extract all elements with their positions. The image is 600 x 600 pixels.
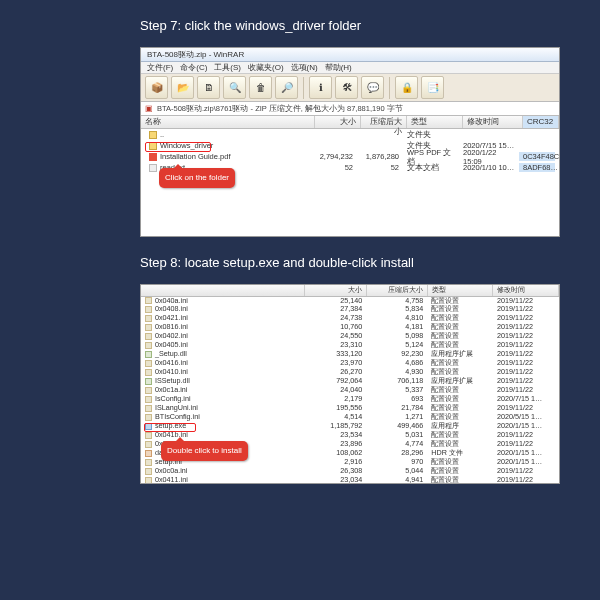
col-type[interactable]: 类型 xyxy=(407,116,463,128)
file-name: _Setup.dll xyxy=(155,349,187,358)
file-name: 0x0421.ini xyxy=(155,313,188,322)
file-name: .. xyxy=(160,130,164,139)
address-bar[interactable]: ▣ BTA-508驱动.zip\8761驱动 - ZIP 压缩文件, 解包大小为… xyxy=(141,102,559,116)
menu-bar[interactable]: 文件(F)命令(C)工具(S)收藏夹(O)选项(N)帮助(H) xyxy=(141,62,559,74)
file-name: 0x0408.ini xyxy=(155,304,188,313)
toolbar-button[interactable]: 🗑 xyxy=(249,76,272,99)
ini-icon xyxy=(145,369,152,376)
callout-double-click: Double click to install xyxy=(161,441,248,461)
folder-icon xyxy=(149,131,157,139)
col-size[interactable]: 大小 xyxy=(305,285,366,296)
ini-icon xyxy=(145,477,152,484)
column-headers[interactable]: 名称 大小 压缩后大小 类型 修改时间 CRC32 xyxy=(141,116,559,129)
toolbar-button[interactable]: 🔎 xyxy=(275,76,298,99)
file-row[interactable]: Installation Guide.pdf2,794,2321,876,280… xyxy=(141,151,559,162)
ini-icon xyxy=(145,324,152,331)
ini-icon xyxy=(145,441,152,448)
screenshot-file-list: 大小 压缩后大小 类型 修改时间 0x040a.ini25,1404,758配置… xyxy=(140,284,560,484)
toolbar-button[interactable]: 🗎 xyxy=(197,76,220,99)
file-name: 0x0410.ini xyxy=(155,367,188,376)
step8-heading: Step 8: locate setup.exe and double-clic… xyxy=(140,255,600,270)
menu-item[interactable]: 命令(C) xyxy=(180,63,207,72)
highlight-setup-exe xyxy=(144,423,196,432)
file-name: 0x040a.ini xyxy=(155,296,188,305)
menu-item[interactable]: 工具(S) xyxy=(214,63,241,72)
ini-icon xyxy=(145,342,152,349)
dat-icon xyxy=(145,450,152,457)
col-compressed[interactable]: 压缩后大小 xyxy=(361,116,407,128)
file-name: IsConfig.ini xyxy=(155,394,191,403)
toolbar-button[interactable]: 🔒 xyxy=(395,76,418,99)
dll-icon xyxy=(145,351,152,358)
file-name: BTIsConfig.ini xyxy=(155,412,200,421)
callout-click-folder: Click on the folder xyxy=(159,168,235,188)
menu-item[interactable]: 选项(N) xyxy=(291,63,318,72)
toolbar-button[interactable]: 🔍 xyxy=(223,76,246,99)
file-row[interactable]: ..文件夹 xyxy=(141,129,559,140)
toolbar-button[interactable]: 💬 xyxy=(361,76,384,99)
pdf-icon xyxy=(149,153,157,161)
table-row[interactable]: 0x0411.ini23,0344,941配置设置2019/11/22 xyxy=(141,476,559,484)
col-date[interactable]: 修改时间 xyxy=(493,285,559,296)
file-name: ISLangUni.ini xyxy=(155,403,198,412)
col-name[interactable]: 名称 xyxy=(141,116,315,128)
col-compressed[interactable]: 压缩后大小 xyxy=(366,285,427,296)
highlight-windows-driver xyxy=(145,142,211,152)
ini-icon xyxy=(145,396,152,403)
txt-icon xyxy=(149,164,157,172)
archive-icon: ▣ xyxy=(145,104,153,113)
ini-icon xyxy=(145,297,152,304)
menu-item[interactable]: 文件(F) xyxy=(147,63,173,72)
ini-icon xyxy=(145,387,152,394)
file-name: ISSetup.dll xyxy=(155,376,190,385)
file-name: 0x0411.ini xyxy=(155,475,188,484)
file-name: 0x0416.ini xyxy=(155,358,188,367)
table-header[interactable]: 大小 压缩后大小 类型 修改时间 xyxy=(141,285,559,296)
toolbar-button[interactable]: 🛠 xyxy=(335,76,358,99)
col-date[interactable]: 修改时间 xyxy=(463,116,523,128)
ini-icon xyxy=(145,405,152,412)
col-crc[interactable]: CRC32 xyxy=(523,116,559,128)
toolbar-button[interactable]: 📂 xyxy=(171,76,194,99)
file-name: 0x0405.ini xyxy=(155,340,188,349)
toolbar-button[interactable]: 📑 xyxy=(421,76,444,99)
toolbar-button[interactable]: 📦 xyxy=(145,76,168,99)
file-name: 0x0c1a.ini xyxy=(155,385,187,394)
address-text: BTA-508驱动.zip\8761驱动 - ZIP 压缩文件, 解包大小为 8… xyxy=(157,104,403,113)
file-name: 0x0402.ini xyxy=(155,331,188,340)
col-size[interactable]: 大小 xyxy=(315,116,361,128)
toolbar: 📦📂🗎🔍🗑🔎ℹ🛠💬🔒📑 xyxy=(141,74,559,102)
window-title: BTA-508驱动.zip - WinRAR xyxy=(141,48,559,62)
screenshot-winrar: BTA-508驱动.zip - WinRAR 文件(F)命令(C)工具(S)收藏… xyxy=(140,47,560,237)
dll-icon xyxy=(145,378,152,385)
file-name: 0x0816.ini xyxy=(155,322,188,331)
ini-icon xyxy=(145,459,152,466)
ini-icon xyxy=(145,432,152,439)
ini-icon xyxy=(145,306,152,313)
ini-icon xyxy=(145,315,152,322)
col-type[interactable]: 类型 xyxy=(427,285,493,296)
file-name: 0x0c0a.ini xyxy=(155,466,187,475)
col-name[interactable] xyxy=(141,285,305,296)
ini-icon xyxy=(145,360,152,367)
menu-item[interactable]: 帮助(H) xyxy=(325,63,352,72)
ini-icon xyxy=(145,468,152,475)
step7-heading: Step 7: click the windows_driver folder xyxy=(140,18,600,33)
ini-icon xyxy=(145,414,152,421)
file-name: Installation Guide.pdf xyxy=(160,152,230,161)
toolbar-button[interactable]: ℹ xyxy=(309,76,332,99)
ini-icon xyxy=(145,333,152,340)
menu-item[interactable]: 收藏夹(O) xyxy=(248,63,284,72)
